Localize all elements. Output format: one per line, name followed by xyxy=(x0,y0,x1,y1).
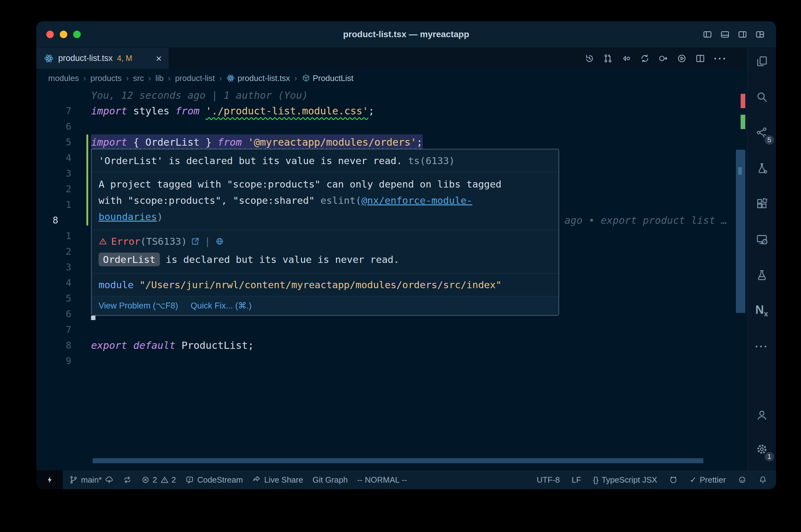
layout-grid-icon[interactable] xyxy=(755,30,765,39)
git-graph-item[interactable]: Git Graph xyxy=(313,475,348,485)
breadcrumb-item-products[interactable]: products xyxy=(90,73,122,83)
git-branch-item[interactable]: main* xyxy=(69,475,113,485)
layout-sidebar-left-icon[interactable] xyxy=(703,30,712,39)
tab-product-list[interactable]: product-list.tsx 4, M × xyxy=(36,48,169,69)
layout-panel-bottom-icon[interactable] xyxy=(720,30,730,39)
editor-row[interactable]: 7import styles from './product-list.modu… xyxy=(36,103,747,119)
close-window-button[interactable] xyxy=(46,31,54,38)
nx-console-icon[interactable]: Nx xyxy=(750,299,774,323)
gitlens-compare-icon[interactable] xyxy=(123,475,132,484)
breadcrumb-item-product-list[interactable]: product-list xyxy=(175,73,215,83)
breadcrumb-file-label: product-list.tsx xyxy=(237,73,290,83)
more-actions-icon[interactable]: ··· xyxy=(714,53,727,64)
breadcrumb: modules › products › src › lib › product… xyxy=(36,69,747,88)
hover-message-code: ts(6133) xyxy=(408,155,455,166)
vim-mode-indicator[interactable]: -- NORMAL -- xyxy=(357,475,407,485)
hover-resize-handle[interactable] xyxy=(91,316,95,320)
error-code: (TS6133) xyxy=(140,236,187,247)
git-compare-icon[interactable] xyxy=(603,54,613,63)
hover-message-text: 'OrderList' is declared but its value is… xyxy=(98,155,408,166)
eol-label: LF xyxy=(572,475,581,485)
bell-icon[interactable] xyxy=(759,475,767,484)
breadcrumb-item-src[interactable]: src xyxy=(133,73,144,83)
view-problem-link[interactable]: View Problem (⌥F8) xyxy=(98,301,178,311)
run-changes-icon[interactable] xyxy=(658,54,668,63)
line-number: 2 xyxy=(36,244,71,260)
language-mode-item[interactable]: {} TypeScript JSX xyxy=(593,475,657,485)
tab-bar: product-list.tsx 4, M × xyxy=(36,48,747,69)
encoding-item[interactable]: UTF-8 xyxy=(536,475,560,485)
editor-row[interactable]: You, 12 seconds ago | 1 author (You) xyxy=(36,88,747,103)
editor-row[interactable]: 8export default ProductList; xyxy=(36,338,747,353)
project-graph-icon[interactable]: 5 xyxy=(750,121,774,145)
editor-row[interactable]: 5import { OrderList } from '@myreactapp/… xyxy=(36,134,747,150)
editor-row[interactable]: 6 xyxy=(36,119,747,134)
github-icon[interactable] xyxy=(669,475,678,484)
eslint-source-suffix: ) xyxy=(157,211,163,222)
editor-row[interactable]: 9 xyxy=(36,353,747,369)
copy-files-icon[interactable] xyxy=(750,50,774,73)
test-runner-icon[interactable] xyxy=(750,156,774,180)
current-line-number: 8 xyxy=(36,212,80,228)
more-icon[interactable]: ··· xyxy=(750,335,774,358)
live-share-item[interactable]: Live Share xyxy=(252,475,303,485)
vertical-scrollbar[interactable] xyxy=(736,150,745,313)
split-editor-icon[interactable] xyxy=(695,54,705,63)
horizontal-scrollbar[interactable] xyxy=(93,458,703,463)
hover-eslint-section: A project tagged with "scope:products" c… xyxy=(92,172,559,230)
editor-row[interactable]: 7 xyxy=(36,322,747,338)
extensions-icon[interactable] xyxy=(750,192,774,216)
open-external-icon[interactable] xyxy=(191,237,200,246)
code-editor[interactable]: You, 12 seconds ago | 1 author (You) 7im… xyxy=(36,88,747,470)
line-number: 6 xyxy=(36,119,71,134)
remote-indicator[interactable] xyxy=(36,471,63,489)
breadcrumb-item-lib[interactable]: lib xyxy=(156,73,164,83)
zoom-window-button[interactable] xyxy=(73,31,81,38)
breadcrumb-separator: › xyxy=(219,73,222,83)
check-icon: ✓ xyxy=(690,475,696,485)
line-number: 5 xyxy=(36,291,71,306)
activity-bar: 5 Nx ··· xyxy=(747,48,776,470)
feedback-icon[interactable] xyxy=(738,475,747,484)
gitlens-blame-annotation: You, 12 seconds ago | 1 author (You) xyxy=(91,88,308,103)
timeline-icon[interactable] xyxy=(584,54,595,63)
layout-sidebar-right-icon[interactable] xyxy=(738,30,747,39)
sync-icon[interactable] xyxy=(640,54,650,63)
settings-gear-icon[interactable]: 1 xyxy=(750,437,774,461)
beaker-icon[interactable] xyxy=(750,263,774,287)
hover-message: 'OrderList' is declared but its value is… xyxy=(92,149,559,172)
language-label: TypeScript JSX xyxy=(602,475,657,485)
overview-ruler-error-mark xyxy=(741,94,745,108)
eol-item[interactable]: LF xyxy=(572,475,581,485)
error-count: 2 xyxy=(152,475,157,485)
codestream-item[interactable]: CodeStream xyxy=(185,475,243,485)
codestream-label: CodeStream xyxy=(197,475,243,485)
vscode-window: product-list.tsx — myreactapp xyxy=(36,21,776,489)
breadcrumb-item-modules[interactable]: modules xyxy=(48,73,79,83)
globe-icon[interactable] xyxy=(215,237,224,246)
prettier-item[interactable]: ✓ Prettier xyxy=(690,475,726,485)
account-icon[interactable] xyxy=(750,403,774,427)
quick-fix-link[interactable]: Quick Fix... (⌘.) xyxy=(190,301,252,311)
tab-close-icon[interactable]: × xyxy=(156,54,162,63)
breadcrumb-item-file[interactable]: product-list.tsx xyxy=(226,73,290,83)
line-number: 7 xyxy=(36,103,71,119)
line-number: 3 xyxy=(36,166,71,181)
symbol-cube-icon xyxy=(302,74,310,82)
search-icon[interactable] xyxy=(750,85,774,109)
run-file-icon[interactable] xyxy=(677,54,687,63)
editor-toolbar: ··· xyxy=(584,48,747,69)
breadcrumb-item-symbol[interactable]: ProductList xyxy=(302,73,353,83)
line-number: 5 xyxy=(36,134,71,150)
problems-item[interactable]: 2 2 xyxy=(141,475,176,485)
remote-explorer-icon[interactable] xyxy=(750,228,774,251)
git-branch-icon xyxy=(69,475,78,484)
open-changes-icon[interactable] xyxy=(621,54,632,63)
minimize-window-button[interactable] xyxy=(60,31,67,38)
line-number: 1 xyxy=(36,197,71,212)
zap-icon xyxy=(45,475,54,484)
line-number: 2 xyxy=(36,181,71,197)
error-label: Error xyxy=(111,236,140,247)
divider: | xyxy=(203,236,212,247)
code-line-import-styles: import styles from './product-list.modul… xyxy=(91,103,374,119)
